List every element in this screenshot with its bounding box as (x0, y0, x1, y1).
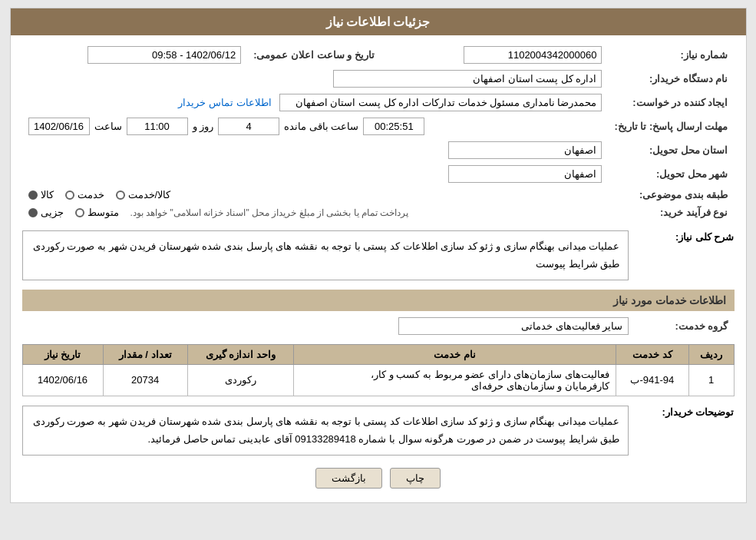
info-table: شماره نیاز: 1102004342000060 تاریخ و ساع… (22, 43, 735, 221)
radio-jezee-circle (28, 208, 38, 217)
nam-dastgah-input: اداره کل پست استان اصفهان (333, 70, 602, 88)
col-radif: ردیف (688, 344, 734, 364)
saat-label: ساعت (94, 121, 122, 132)
tawzihat-row: توضیحات خریدار: عملیات میدانی بهنگام ساز… (22, 403, 735, 459)
content-area: شماره نیاز: 1102004342000060 تاریخ و ساع… (11, 35, 746, 502)
shomara-value: 1102004342000060 (404, 43, 608, 67)
radio-kala-khedmat-label: کالا/خدمت (128, 189, 171, 200)
radio-kala-label: کالا (41, 189, 54, 200)
sharh-koli-value: عملیات میدانی بهنگام سازی و ژئو کد سازی … (22, 230, 629, 280)
ostan-input: اصفهان (448, 141, 602, 159)
cell-nam: فعالیت‌های سازمان‌های دارای عضو مربوط به… (294, 364, 616, 396)
radio-khedmat-circle (65, 190, 74, 200)
baghimande-value: 00:25:51 (363, 118, 424, 135)
cell-radif: 1 (688, 364, 734, 396)
services-table-body: 1 941-94-ب فعالیت‌های سازمان‌های دارای ع… (22, 364, 734, 396)
col-vahed: واحد اندازه گیری (187, 344, 294, 364)
tarikh-label: تاریخ و ساعت اعلان عمومی: (247, 43, 381, 67)
shahr-value: اصفهان (22, 162, 609, 186)
buttons-row: چاپ بازگشت (22, 468, 735, 489)
row-shomara: شماره نیاز: 1102004342000060 تاریخ و ساع… (22, 43, 735, 67)
noe-farayand-label: نوع فرآیند خرید: (608, 204, 734, 221)
etelaat-khadamat-header: اطلاعات خدمات مورد نیاز (22, 290, 735, 311)
noe-farayand-value: پرداخت تمام یا بخشی از مبلغ خریداز محل "… (22, 204, 609, 221)
page-header: جزئیات اطلاعات نیاز (11, 8, 746, 35)
ostan-value: اصفهان (22, 138, 609, 162)
tabaqe-radio-group: کالا/خدمت خدمت کالا (28, 189, 602, 200)
radio-motevasset-label: متوسط (87, 207, 119, 218)
col-tedad: تعداد / مقدار (103, 344, 187, 364)
shomara-input: 1102004342000060 (464, 46, 602, 64)
ijad-konande-label: ایجاد کننده در خواست: (608, 91, 734, 114)
row-ostan: استان محل تحویل: اصفهان (22, 138, 735, 162)
contact-info-link[interactable]: اطلاعات تماس خریدار (178, 97, 271, 108)
mohlat-label: مهلت ارسال پاسخ: تا تاریخ: (608, 114, 734, 138)
shahr-label: شهر محل تحویل: (608, 162, 734, 186)
roz-value: 4 (218, 118, 279, 135)
ijad-konande-input: محمدرضا نامداری مسئول خدمات تدارکات ادار… (279, 94, 602, 111)
grohe-value: سایر فعالیت‌های خدماتی (22, 314, 635, 338)
tarikh-input: 1402/06/12 - 09:58 (87, 46, 241, 64)
tawzihat-label: توضیحات خریدار: (635, 403, 735, 418)
row-shahr: شهر محل تحویل: اصفهان (22, 162, 735, 186)
radio-khedmat-label: خدمت (78, 189, 104, 200)
shomara-label: شماره نیاز: (608, 43, 734, 67)
row-grohe: گروه خدمت: سایر فعالیت‌های خدماتی (22, 314, 735, 338)
sharh-koli-row: شرح کلی نیاز: عملیات میدانی بهنگام سازی … (22, 227, 735, 283)
services-table: ردیف کد خدمت نام خدمت واحد اندازه گیری ت… (22, 344, 735, 396)
bazgasht-button[interactable]: بازگشت (315, 468, 382, 489)
row-nam-dastgah: نام دستگاه خریدار: اداره کل پست استان اص… (22, 67, 735, 91)
date-value: 1402/06/16 (28, 118, 90, 135)
cell-vahed: رکوردی (187, 364, 294, 396)
radio-kala-khedmat[interactable]: کالا/خدمت (116, 189, 171, 200)
tarikh-value: 1402/06/12 - 09:58 (22, 43, 248, 67)
cell-kod: 941-94-ب (616, 364, 689, 396)
services-table-head: ردیف کد خدمت نام خدمت واحد اندازه گیری ت… (22, 344, 734, 364)
grohe-label: گروه خدمت: (635, 314, 735, 338)
radio-jezee-label: جزیی (41, 207, 64, 218)
mohlat-value: 00:25:51 ساعت باقی مانده 4 روز و 11:00 س… (22, 114, 609, 138)
col-tarikh: تاریخ نیاز (22, 344, 103, 364)
nam-dastgah-label: نام دستگاه خریدار: (608, 67, 734, 91)
sharh-koli-label: شرح کلی نیاز: (635, 227, 735, 243)
table-row: 1 941-94-ب فعالیت‌های سازمان‌های دارای ع… (22, 364, 734, 396)
shahr-input: اصفهان (448, 165, 602, 183)
row-ijad-konande: ایجاد کننده در خواست: محمدرضا نامداری مس… (22, 91, 735, 114)
row-mohlat-ersal: مهلت ارسال پاسخ: تا تاریخ: 00:25:51 ساعت… (22, 114, 735, 138)
noavari-text: پرداخت تمام یا بخشی از مبلغ خریداز محل "… (130, 207, 409, 218)
baghimande-label: ساعت باقی مانده (284, 121, 358, 132)
grohe-khedmat-table: گروه خدمت: سایر فعالیت‌های خدماتی (22, 314, 735, 338)
cell-tedad: 20734 (103, 364, 187, 396)
page-container: جزئیات اطلاعات نیاز شماره نیاز: 11020043… (10, 8, 747, 503)
radio-jezee[interactable]: جزیی (28, 207, 64, 218)
row-noe-farayand: نوع فرآیند خرید: پرداخت تمام یا بخشی از … (22, 204, 735, 221)
radio-motevasset-circle (75, 208, 84, 217)
tawzihat-value: عملیات میدانی بهنگام سازی و ژئو کد سازی … (22, 406, 629, 456)
row-tabaqe: طبقه بندی موضوعی: کالا/خدمت خدمت کالا (22, 186, 735, 204)
chap-button[interactable]: چاپ (390, 468, 441, 489)
noe-farayand-radio-group: پرداخت تمام یا بخشی از مبلغ خریداز محل "… (28, 207, 602, 218)
services-header-row: ردیف کد خدمت نام خدمت واحد اندازه گیری ت… (22, 344, 734, 364)
saat-value: 11:00 (127, 118, 188, 135)
grohe-input: سایر فعالیت‌های خدماتی (398, 317, 629, 335)
col-kod: کد خدمت (616, 344, 689, 364)
roz-label: روز و (193, 121, 214, 132)
radio-kala-circle (28, 190, 38, 200)
page-title: جزئیات اطلاعات نیاز (326, 15, 431, 28)
ostan-label: استان محل تحویل: (608, 138, 734, 162)
tabaqe-value: کالا/خدمت خدمت کالا (22, 186, 609, 204)
radio-kala[interactable]: کالا (28, 189, 54, 200)
remaining-time-row: 00:25:51 ساعت باقی مانده 4 روز و 11:00 س… (28, 118, 602, 135)
nam-dastgah-value: اداره کل پست استان اصفهان (22, 67, 609, 91)
ijad-konande-value: محمدرضا نامداری مسئول خدمات تدارکات ادار… (22, 91, 609, 114)
radio-motevasset[interactable]: متوسط (75, 207, 119, 218)
col-nam: نام خدمت (294, 344, 616, 364)
radio-kala-khedmat-circle (116, 190, 125, 200)
cell-tarikh: 1402/06/16 (22, 364, 103, 396)
radio-khedmat[interactable]: خدمت (65, 189, 104, 200)
tabaqe-label: طبقه بندی موضوعی: (608, 186, 734, 204)
